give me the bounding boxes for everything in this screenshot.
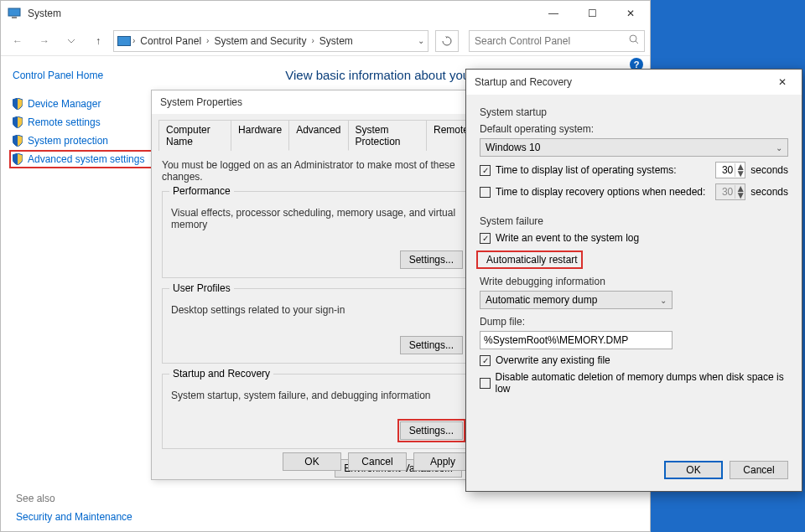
- maximize-button[interactable]: ☐: [573, 1, 611, 26]
- device-manager-link[interactable]: Device Manager: [13, 95, 153, 113]
- seconds-label: seconds: [750, 186, 788, 198]
- chevron-right-icon: ›: [206, 36, 209, 45]
- display-recovery-checkbox[interactable]: [480, 187, 491, 198]
- startup-recovery-settings-button[interactable]: Settings...: [400, 421, 463, 440]
- svg-line-3: [636, 41, 638, 44]
- user-profiles-group: User Profiles Desktop settings related t…: [162, 288, 472, 364]
- group-desc: Visual effects, processor scheduling, me…: [171, 207, 463, 230]
- performance-group: Performance Visual effects, processor sc…: [162, 191, 472, 278]
- section-title: System startup: [480, 106, 788, 118]
- group-legend: User Profiles: [169, 282, 234, 294]
- tab-computer-name[interactable]: Computer Name: [158, 120, 231, 151]
- dialog-footer: OK Cancel Apply: [283, 452, 472, 471]
- see-also-label: See also: [16, 493, 55, 504]
- chevron-down-icon[interactable]: ⌄: [418, 36, 424, 45]
- group-legend: Startup and Recovery: [169, 368, 273, 380]
- chevron-down-icon: ⌄: [776, 143, 782, 152]
- breadcrumb-item[interactable]: Control Panel: [137, 35, 205, 47]
- display-recovery-label: Time to display recovery options when ne…: [496, 186, 710, 198]
- display-os-seconds-spinner[interactable]: ▲▼: [715, 162, 745, 178]
- nav-toolbar: ← → ↑ › Control Panel › System and Secur…: [1, 26, 650, 56]
- display-os-list-checkbox[interactable]: [480, 165, 491, 176]
- system-startup-section: System startup Default operating system:…: [480, 106, 788, 200]
- control-panel-home-link[interactable]: Control Panel Home: [13, 70, 153, 81]
- spinner-buttons[interactable]: ▲▼: [735, 163, 745, 177]
- dialog-titlebar: System Properties: [152, 90, 482, 114]
- tab-body: You must be logged on as an Administrato…: [152, 151, 482, 486]
- chevron-right-icon: ›: [311, 36, 314, 45]
- forward-button[interactable]: →: [33, 29, 56, 53]
- group-desc: System startup, system failure, and debu…: [171, 390, 463, 401]
- remote-settings-link[interactable]: Remote settings: [13, 113, 153, 132]
- breadcrumb[interactable]: › Control Panel › System and Security › …: [113, 30, 428, 52]
- dump-file-label: Dump file:: [480, 316, 788, 328]
- dialog-titlebar: Startup and Recovery ✕: [466, 70, 802, 95]
- cancel-button[interactable]: Cancel: [348, 452, 407, 471]
- system-failure-section: System failure Write an event to the sys…: [480, 215, 788, 395]
- dropdown-value: Windows 10: [486, 142, 540, 153]
- recent-dropdown-icon[interactable]: [60, 29, 83, 53]
- dialog-footer: OK Cancel: [664, 461, 788, 479]
- display-os-list-label: Time to display list of operating system…: [496, 164, 710, 176]
- startup-recovery-group: Startup and Recovery System startup, sys…: [162, 374, 472, 449]
- computer-icon: [8, 7, 21, 20]
- advanced-system-settings-link[interactable]: Advanced system settings: [9, 150, 153, 168]
- link-label: System protection: [28, 135, 108, 147]
- refresh-button[interactable]: [435, 30, 459, 52]
- ok-button[interactable]: OK: [283, 452, 341, 471]
- admin-intro-text: You must be logged on as an Administrato…: [162, 159, 472, 183]
- shield-icon: [13, 153, 23, 165]
- minimize-button[interactable]: —: [534, 1, 573, 26]
- chevron-right-icon: ›: [132, 36, 135, 45]
- dump-file-field[interactable]: %SystemRoot%\MEMORY.DMP: [480, 331, 673, 349]
- group-desc: Desktop settings related to your sign-in: [171, 304, 463, 316]
- dump-file-value: %SystemRoot%\MEMORY.DMP: [484, 334, 628, 346]
- write-dbg-dropdown[interactable]: Automatic memory dump ⌄: [480, 291, 673, 309]
- search-field[interactable]: [475, 35, 629, 47]
- link-label: Advanced system settings: [28, 153, 144, 165]
- spinner-buttons: ▲▼: [735, 185, 745, 199]
- breadcrumb-item[interactable]: System and Security: [210, 35, 309, 47]
- svg-rect-1: [12, 17, 17, 18]
- tab-strip: Computer Name Hardware Advanced System P…: [158, 119, 475, 151]
- dialog-title: Startup and Recovery: [475, 76, 572, 88]
- breadcrumb-item[interactable]: System: [316, 35, 356, 47]
- search-input[interactable]: [469, 30, 645, 52]
- write-event-label: Write an event to the system log: [496, 232, 639, 244]
- performance-settings-button[interactable]: Settings...: [400, 251, 463, 269]
- overwrite-checkbox[interactable]: [480, 355, 491, 366]
- tab-hardware[interactable]: Hardware: [231, 120, 289, 151]
- user-profiles-settings-button[interactable]: Settings...: [400, 336, 463, 354]
- link-label: Remote settings: [28, 116, 101, 128]
- system-properties-dialog: System Properties Computer Name Hardware…: [151, 90, 483, 480]
- close-button[interactable]: ✕: [611, 1, 650, 26]
- up-button[interactable]: ↑: [86, 29, 110, 53]
- dialog-title: System Properties: [160, 96, 242, 108]
- svg-rect-0: [8, 8, 20, 16]
- system-protection-link[interactable]: System protection: [13, 132, 153, 150]
- close-button[interactable]: ✕: [763, 70, 802, 95]
- svg-point-2: [630, 35, 636, 42]
- search-icon: [629, 34, 639, 47]
- apply-button[interactable]: Apply: [413, 452, 472, 471]
- default-os-dropdown[interactable]: Windows 10 ⌄: [480, 138, 788, 157]
- shield-icon: [13, 116, 23, 128]
- shield-icon: [13, 135, 23, 147]
- shield-icon: [13, 98, 23, 110]
- window-title: System: [28, 8, 61, 19]
- spinner-value[interactable]: [716, 164, 735, 176]
- back-button[interactable]: ←: [6, 29, 29, 53]
- disable-delete-checkbox[interactable]: [480, 378, 491, 389]
- tab-system-protection[interactable]: System Protection: [348, 120, 427, 151]
- overwrite-label: Overwrite any existing file: [496, 354, 610, 366]
- security-maintenance-link[interactable]: Security and Maintenance: [16, 511, 132, 523]
- write-event-checkbox[interactable]: [480, 233, 491, 244]
- disable-delete-label: Disable automatic deletion of memory dum…: [496, 371, 788, 395]
- tab-advanced[interactable]: Advanced: [288, 120, 348, 151]
- cancel-button[interactable]: Cancel: [730, 461, 788, 479]
- chevron-down-icon: ⌄: [660, 296, 667, 305]
- ok-button[interactable]: OK: [664, 461, 723, 479]
- startup-recovery-dialog: Startup and Recovery ✕ System startup De…: [465, 69, 802, 492]
- default-os-label: Default operating system:: [480, 123, 788, 135]
- spinner-value: [716, 186, 735, 198]
